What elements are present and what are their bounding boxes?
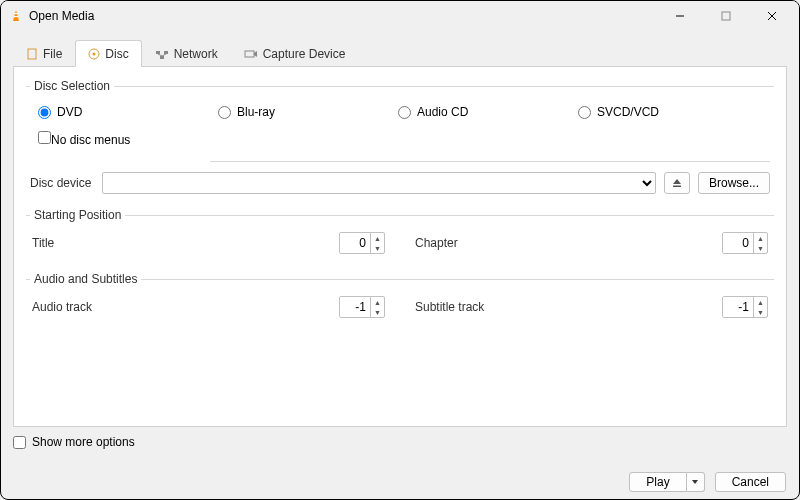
svg-marker-17 — [673, 179, 681, 184]
dialog-content: File Disc Network Capture Device Disc Se… — [1, 31, 799, 449]
radio-dvd-label: DVD — [57, 105, 82, 119]
window-title: Open Media — [29, 9, 94, 23]
starting-position-group: Starting Position Title ▲▼ Chapter ▲▼ — [26, 208, 774, 268]
window-controls — [657, 1, 795, 31]
tab-capture-label: Capture Device — [263, 47, 346, 61]
audio-track-input[interactable] — [340, 297, 370, 317]
svg-rect-10 — [156, 51, 160, 54]
tab-body-disc: Disc Selection DVD Blu-ray Audio CD SVCD… — [13, 67, 787, 427]
subtitle-track-field: Subtitle track ▲▼ — [415, 296, 768, 318]
play-split-button: Play — [629, 472, 704, 492]
svg-rect-12 — [160, 56, 164, 59]
up-arrow-icon[interactable]: ▲ — [371, 233, 384, 243]
tab-file[interactable]: File — [13, 40, 75, 67]
radio-audiocd-label: Audio CD — [417, 105, 468, 119]
down-arrow-icon[interactable]: ▼ — [371, 243, 384, 253]
radio-dvd[interactable]: DVD — [38, 105, 158, 119]
tab-network[interactable]: Network — [142, 40, 231, 67]
down-arrow-icon[interactable]: ▼ — [371, 307, 384, 317]
titlebar: Open Media — [1, 1, 799, 31]
radio-bluray-label: Blu-ray — [237, 105, 275, 119]
chapter-input[interactable] — [723, 233, 753, 253]
vlc-icon — [9, 9, 23, 23]
disc-device-select[interactable] — [102, 172, 656, 194]
checkbox-no-disc-menus[interactable]: No disc menus — [30, 131, 130, 147]
audio-subtitles-group: Audio and Subtitles Audio track ▲▼ Subti… — [26, 272, 774, 332]
tab-network-label: Network — [174, 47, 218, 61]
network-icon — [155, 48, 169, 60]
audio-track-spinbox[interactable]: ▲▼ — [339, 296, 385, 318]
dialog-actions: Play Cancel — [629, 472, 786, 492]
close-button[interactable] — [749, 1, 795, 31]
separator — [210, 161, 770, 162]
svg-rect-18 — [673, 186, 681, 188]
no-disc-menus-label: No disc menus — [51, 133, 130, 147]
tab-disc[interactable]: Disc — [75, 40, 141, 67]
chapter-label: Chapter — [415, 236, 714, 250]
svg-point-9 — [93, 52, 96, 55]
chapter-spinbox[interactable]: ▲▼ — [722, 232, 768, 254]
svg-marker-19 — [692, 480, 698, 484]
audio-subtitles-legend: Audio and Subtitles — [30, 272, 141, 286]
radio-bluray[interactable]: Blu-ray — [218, 105, 338, 119]
subtitle-track-input[interactable] — [723, 297, 753, 317]
radio-svcd-label: SVCD/VCD — [597, 105, 659, 119]
browse-button-label: Browse... — [709, 176, 759, 190]
subtitle-track-spinbox[interactable]: ▲▼ — [722, 296, 768, 318]
tab-file-label: File — [43, 47, 62, 61]
radio-audiocd[interactable]: Audio CD — [398, 105, 518, 119]
down-arrow-icon[interactable]: ▼ — [754, 307, 767, 317]
title-spinbox[interactable]: ▲▼ — [339, 232, 385, 254]
show-more-options-label: Show more options — [32, 435, 135, 449]
title-label: Title — [32, 236, 331, 250]
browse-button[interactable]: Browse... — [698, 172, 770, 194]
cancel-button-label: Cancel — [732, 475, 769, 489]
svg-rect-15 — [245, 51, 254, 57]
tab-capture[interactable]: Capture Device — [231, 40, 359, 67]
disc-types: DVD Blu-ray Audio CD SVCD/VCD — [30, 99, 770, 125]
disc-device-row: Disc device Browse... — [30, 172, 770, 194]
audio-track-label: Audio track — [32, 300, 331, 314]
disc-selection-group: Disc Selection DVD Blu-ray Audio CD SVCD… — [26, 79, 774, 204]
up-arrow-icon[interactable]: ▲ — [754, 297, 767, 307]
chapter-field: Chapter ▲▼ — [415, 232, 768, 254]
tabs: File Disc Network Capture Device — [13, 39, 787, 67]
tab-disc-label: Disc — [105, 47, 128, 61]
svg-rect-11 — [164, 51, 168, 54]
down-arrow-icon[interactable]: ▼ — [754, 243, 767, 253]
cancel-button[interactable]: Cancel — [715, 472, 786, 492]
up-arrow-icon[interactable]: ▲ — [371, 297, 384, 307]
svg-line-13 — [158, 54, 162, 56]
radio-svcd[interactable]: SVCD/VCD — [578, 105, 698, 119]
svg-rect-4 — [722, 12, 730, 20]
play-dropdown-button[interactable] — [687, 472, 705, 492]
audio-track-field: Audio track ▲▼ — [32, 296, 385, 318]
play-button-label: Play — [646, 475, 669, 489]
disc-device-label: Disc device — [30, 176, 94, 190]
starting-position-legend: Starting Position — [30, 208, 125, 222]
up-arrow-icon[interactable]: ▲ — [754, 233, 767, 243]
file-icon — [26, 48, 38, 60]
disc-icon — [88, 48, 100, 60]
capture-icon — [244, 48, 258, 60]
svg-rect-1 — [15, 13, 18, 14]
minimize-button[interactable] — [657, 1, 703, 31]
disc-selection-legend: Disc Selection — [30, 79, 114, 93]
subtitle-track-label: Subtitle track — [415, 300, 714, 314]
svg-rect-7 — [28, 49, 36, 59]
svg-rect-2 — [14, 16, 18, 17]
title-input[interactable] — [340, 233, 370, 253]
svg-line-14 — [162, 54, 166, 56]
eject-button[interactable] — [664, 172, 690, 194]
maximize-button[interactable] — [703, 1, 749, 31]
title-field: Title ▲▼ — [32, 232, 385, 254]
play-button[interactable]: Play — [629, 472, 686, 492]
svg-marker-0 — [13, 10, 19, 21]
checkbox-show-more-options[interactable]: Show more options — [13, 435, 787, 449]
